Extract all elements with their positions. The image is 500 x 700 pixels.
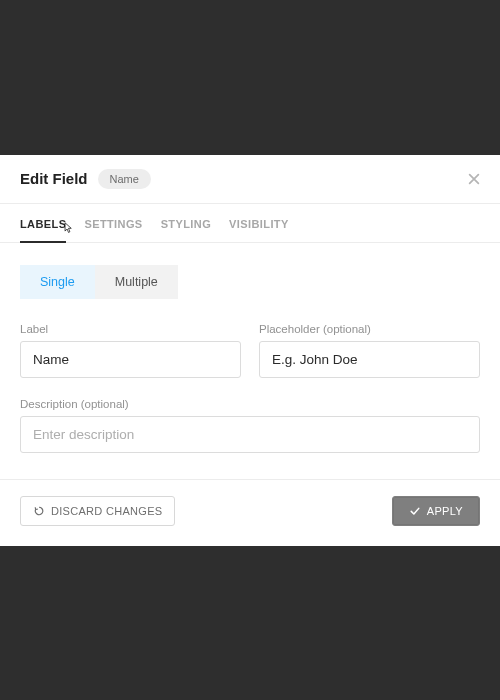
field-caption: Placeholder (optional): [259, 323, 480, 335]
button-label: DISCARD CHANGES: [51, 505, 162, 517]
tab-label: SETTINGS: [84, 218, 142, 230]
modal-footer: DISCARD CHANGES APPLY: [0, 479, 500, 546]
tabs: LABELS SETTINGS STYLING VISIBILITY: [0, 203, 500, 243]
field-row: Label Placeholder (optional): [20, 323, 480, 378]
tab-label: LABELS: [20, 218, 66, 230]
placeholder-input[interactable]: [259, 341, 480, 378]
discard-changes-button[interactable]: DISCARD CHANGES: [20, 496, 175, 526]
description-input[interactable]: [20, 416, 480, 453]
tab-styling[interactable]: STYLING: [161, 204, 211, 242]
tab-label: VISIBILITY: [229, 218, 289, 230]
field-description-group: Description (optional): [20, 398, 480, 453]
button-label: APPLY: [427, 505, 463, 517]
modal-header: Edit Field Name: [0, 155, 500, 203]
check-icon: [409, 505, 421, 517]
field-caption: Label: [20, 323, 241, 335]
field-name-pill: Name: [98, 169, 151, 189]
edit-field-modal: Edit Field Name LABELS SETTINGS STYLING …: [0, 155, 500, 546]
segment-multiple[interactable]: Multiple: [95, 265, 178, 299]
label-input[interactable]: [20, 341, 241, 378]
segment-single[interactable]: Single: [20, 265, 95, 299]
tab-label: STYLING: [161, 218, 211, 230]
tab-visibility[interactable]: VISIBILITY: [229, 204, 289, 242]
label-mode-segmented: Single Multiple: [20, 265, 178, 299]
close-button[interactable]: [464, 169, 484, 189]
apply-button[interactable]: APPLY: [392, 496, 480, 526]
field-placeholder-group: Placeholder (optional): [259, 323, 480, 378]
modal-body: Single Multiple Label Placeholder (optio…: [0, 243, 500, 479]
close-icon: [467, 172, 481, 186]
field-caption: Description (optional): [20, 398, 480, 410]
modal-title: Edit Field: [20, 170, 88, 187]
tab-settings[interactable]: SETTINGS: [84, 204, 142, 242]
field-label-group: Label: [20, 323, 241, 378]
tab-labels[interactable]: LABELS: [20, 204, 66, 242]
undo-icon: [33, 505, 45, 517]
